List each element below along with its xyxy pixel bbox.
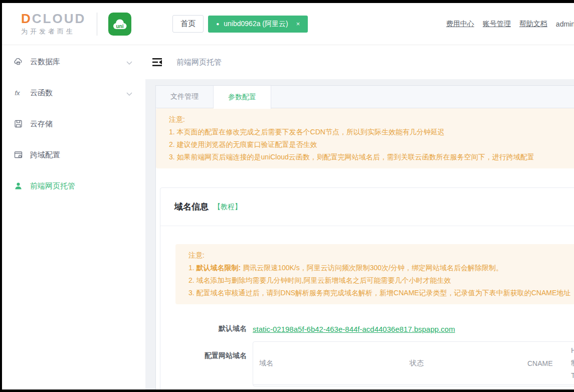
domain-card-header: 域名信息 【教程】 [160,188,574,226]
chevron-down-icon [126,58,132,66]
default-domain-link[interactable]: static-02198a5f-6b42-463e-844f-acd44036e… [253,325,455,333]
username[interactable]: admin [556,20,574,28]
sidebar-item-label: 云存储 [30,119,132,129]
alert-line: 1. 默认域名限制: 腾讯云限速100K/s，阿里云访问频次限制300次/分钟，… [188,262,574,274]
alert-line-bold: 默认域名限制: [197,264,243,272]
alert-title: 注意: [169,113,574,126]
hosting-icon [13,181,23,190]
domain-info-card: 域名信息 【教程】 注意: 1. 默认域名限制: 腾讯云限速100K/s，阿里云… [160,187,574,389]
settings-panel: 文件管理 参数配置 注意: 1. 本页面的配置在修改完成之后需要下发各个CDN节… [155,85,574,389]
alert-line-prefix: 1. [188,264,197,272]
logo-tagline: 为开发者而生 [21,27,86,36]
alert-line: 2. 建议使用浏览器的无痕窗口验证配置是否生效 [169,138,574,151]
collapse-sidebar-icon[interactable] [152,58,162,67]
alert-line: 3. 配置域名审核通过后，请到DNS解析服务商完成域名解析，新增CNAME记录类… [188,287,574,299]
alert-line: 1. 本页面的配置在修改完成之后需要下发各个CDN节点，所以到实际生效能有几分钟… [169,126,574,138]
column-header-cname: CNAME [521,342,565,384]
top-header: DCLOUD 为开发者而生 uni 首页 ● unibd0962a (阿里云) [2,3,574,45]
home-tab[interactable]: 首页 [172,15,204,33]
dcloud-logo[interactable]: DCLOUD 为开发者而生 [21,12,86,36]
alert-title: 注意: [188,249,574,262]
nav-link-billing[interactable]: 费用中心 [446,20,474,29]
site-domain-table: 域名 状态 CNAME HTTP强制跳转HTTPS [253,341,574,386]
sidebar-item-label: 云数据库 [30,57,126,67]
page-title: 前端网页托管 [176,58,222,67]
nav-link-account[interactable]: 账号管理 [483,20,511,29]
svg-text:fx: fx [15,89,20,97]
sidebar-item-cors-config[interactable]: 跨域配置 [2,139,145,170]
column-header-https-redirect: HTTP强制跳转HTTPS [565,342,574,384]
site-domain-label: 配置网站域名 [175,341,247,360]
site-domain-row: 配置网站域名 域名 状态 CNAME HTTP强制跳转HTTPS [175,341,574,386]
close-icon[interactable]: × [296,20,300,28]
sidebar-item-cloud-database[interactable]: 云数据库 [2,46,145,77]
default-domain-row: 默认域名 static-02198a5f-6b42-463e-844f-acd4… [175,324,574,333]
logo-first-letter: D [21,11,32,26]
alert-line-rest: 腾讯云限速100K/s，阿里云访问频次限制300次/分钟，绑定网站域名后会解除限… [243,264,503,272]
table-header-row: 域名 状态 CNAME HTTP强制跳转HTTPS [253,342,574,385]
sidebar-item-label: 云函数 [30,88,126,98]
logo-rest: CLOUD [32,11,86,26]
sidebar: 云数据库 fx 云函数 [2,45,145,389]
column-header-domain: 域名 [253,342,404,384]
column-header-status: 状态 [404,342,521,384]
cors-icon [13,150,23,159]
logo-text: DCLOUD [21,12,86,25]
content-area: 文件管理 参数配置 注意: 1. 本页面的配置在修改完成之后需要下发各个CDN节… [145,79,574,389]
panel-tabbar: 文件管理 参数配置 [156,86,574,108]
default-domain-label: 默认域名 [175,324,247,333]
main-area: 前端网页托管 文件管理 参数配置 注意: 1. 本页面的配置在修改完成之后需要下… [145,45,574,389]
card-title: 域名信息 [174,201,209,213]
service-space-tab[interactable]: ● unibd0962a (阿里云) × [208,16,308,33]
sidebar-item-web-hosting[interactable]: 前端网页托管 [2,170,145,202]
service-space-tab-label: unibd0962a (阿里云) [224,20,288,29]
chevron-down-icon [126,89,132,97]
header-nav-links: 费用中心 账号管理 帮助文档 admin [446,20,574,29]
tutorial-link[interactable]: 【教程】 [214,203,242,212]
svg-text:uni: uni [116,23,124,29]
alert-line: 2. 域名添加与删除均需要几分钟时间,阿里云新增域名之后可能需要几个小时才能生效 [188,274,574,287]
tab-parameter-config[interactable]: 参数配置 [214,86,271,109]
header-divider [97,13,97,36]
sidebar-item-cloud-functions[interactable]: fx 云函数 [2,77,145,108]
nav-link-docs[interactable]: 帮助文档 [519,20,547,29]
workspace-tabs: 首页 ● unibd0962a (阿里云) × [172,15,308,33]
domain-notice-alert: 注意: 1. 默认域名限制: 腾讯云限速100K/s，阿里云访问频次限制300次… [175,244,574,304]
sidebar-item-label: 前端网页托管 [30,181,132,191]
cloud-db-icon [13,57,23,66]
sidebar-item-cloud-storage[interactable]: 云存储 [2,108,145,139]
storage-icon [13,119,23,128]
app-window: DCLOUD 为开发者而生 uni 首页 ● unibd0962a (阿里云) [2,3,574,389]
tab-file-management[interactable]: 文件管理 [156,86,214,108]
cdn-notice-alert: 注意: 1. 本页面的配置在修改完成之后需要下发各个CDN节点，所以到实际生效能… [156,108,574,168]
alert-line: 3. 如果前端网页后端连接的是uniCloud云函数，则配置完网站域名后，需到关… [169,151,574,163]
unicloud-logo-icon[interactable]: uni [108,13,131,36]
status-dot-icon: ● [216,21,219,27]
sidebar-item-label: 跨域配置 [30,150,132,160]
domain-card-body: 注意: 1. 默认域名限制: 腾讯云限速100K/s，阿里云访问频次限制300次… [160,226,574,389]
fx-icon: fx [13,88,23,97]
breadcrumb-bar: 前端网页托管 [145,45,574,79]
